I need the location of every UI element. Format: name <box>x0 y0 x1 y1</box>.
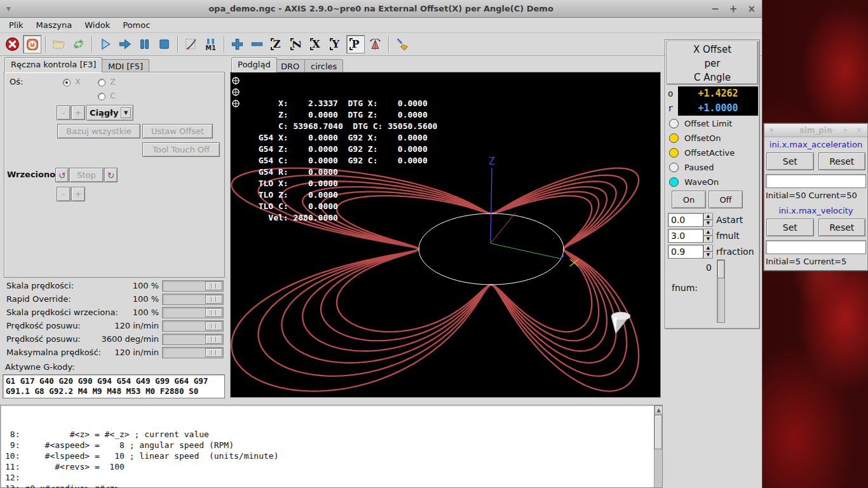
run-step-button[interactable] <box>116 35 134 53</box>
radio-axis-z[interactable] <box>98 79 105 86</box>
offset-panel-title: X Offset per C Angle <box>667 41 758 85</box>
spindle-cw-button[interactable]: ↻ <box>104 168 118 182</box>
tab-preview[interactable]: Podgląd <box>231 57 277 72</box>
reset-button[interactable]: Reset <box>818 219 866 236</box>
stop-button[interactable] <box>155 35 173 53</box>
spinbox-value[interactable]: 3.0 <box>668 229 703 243</box>
run-program-button[interactable] <box>96 35 114 53</box>
dro-line: TLO X: 0.0000 <box>248 178 437 189</box>
pin-value-entry[interactable] <box>766 240 866 254</box>
estop-button[interactable] <box>3 35 22 53</box>
machine-power-button[interactable] <box>23 35 41 53</box>
slider-thumb[interactable] <box>205 322 222 330</box>
preview-canvas[interactable]: Z X: 2.3337 DTG X: 0.0000 Z: 0.0000 DTG … <box>230 72 661 398</box>
offset-on-button[interactable]: On <box>672 191 706 208</box>
rotate-view-button[interactable] <box>366 35 384 53</box>
radio-axis-c[interactable] <box>98 93 105 100</box>
override-slider[interactable] <box>162 334 224 345</box>
led-row: Offset Limit <box>665 116 759 131</box>
tab-circles[interactable]: circles <box>304 59 343 72</box>
tab-dro[interactable]: DRO <box>275 59 306 72</box>
pin-value-entry[interactable] <box>766 174 866 188</box>
view-z-rotated-button[interactable]: Z <box>287 35 306 53</box>
spinbox-value[interactable]: 0.9 <box>668 245 703 259</box>
fnum-slider-thumb[interactable] <box>717 261 724 278</box>
view-x-button[interactable]: X <box>307 35 325 53</box>
dro-line: TLO C: 0.0000 <box>248 201 437 212</box>
view-z-rotated-label: Z <box>290 41 302 48</box>
set-button[interactable]: Set <box>766 219 814 236</box>
skip-lines-toggle[interactable] <box>182 35 200 53</box>
override-slider[interactable] <box>162 307 224 318</box>
menu-item[interactable]: Widok <box>78 19 116 31</box>
set-offset-button[interactable]: Ustaw Offset <box>142 124 213 139</box>
override-slider[interactable] <box>162 280 224 292</box>
sim-minimize-button[interactable]: − <box>828 126 834 135</box>
fnum-slider[interactable] <box>717 259 725 323</box>
reload-file-button[interactable] <box>69 35 88 53</box>
sim-close-button[interactable]: × <box>856 126 862 135</box>
slider-thumb[interactable] <box>205 335 222 344</box>
gcode-listing[interactable]: 8: #<z> = #<_z> ; current value 9: #<asp… <box>0 405 663 488</box>
maximize-button[interactable]: + <box>729 3 738 15</box>
tab-mdi[interactable]: MDI [F5] <box>102 59 149 72</box>
spinbox-arrows[interactable]: ▲▼ <box>703 213 713 227</box>
minimize-button[interactable]: − <box>711 3 719 15</box>
override-slider[interactable] <box>162 347 224 358</box>
jog-mode-combobox[interactable]: Ciągły ▼ <box>86 105 133 121</box>
spindle-ccw-button[interactable]: ↺ <box>55 168 69 182</box>
sim-maximize-button[interactable]: + <box>842 126 848 135</box>
dro-line: G54 R: 0.0000 <box>248 166 437 178</box>
view-perspective-button[interactable]: P <box>346 35 365 53</box>
menu-item[interactable]: Plik <box>3 19 30 31</box>
sim-pin-groups: ini.x.max_acceleration Set Reset Initial… <box>764 137 867 269</box>
reset-button[interactable]: Reset <box>818 152 866 170</box>
optional-stop-icon: M1 <box>203 37 218 51</box>
spinbox-arrows[interactable]: ▲▼ <box>703 245 713 259</box>
slider-thumb[interactable] <box>205 348 222 357</box>
sim-pin-titlebar[interactable]: ▼ sim_pin − + × <box>764 124 867 137</box>
tool-touch-off-button[interactable]: Tool Touch Off <box>142 142 220 157</box>
override-value: 100 % <box>133 294 159 304</box>
spindle-minus-button[interactable]: - <box>57 187 71 201</box>
window-menu-icon[interactable]: ▼ <box>6 6 11 12</box>
scrollbar-thumb[interactable] <box>654 415 662 449</box>
clear-plot-button[interactable] <box>393 35 411 53</box>
spindle-stop-button[interactable]: Stop <box>69 168 104 182</box>
menubar: PlikMaszynaWidokPomoc <box>0 18 762 33</box>
spindle-ccw-icon: ↺ <box>58 170 66 180</box>
override-slider[interactable] <box>162 294 224 305</box>
radio-axis-x[interactable] <box>63 79 71 86</box>
override-slider[interactable] <box>162 320 224 332</box>
close-button[interactable]: × <box>747 3 756 15</box>
sim-window-menu-icon[interactable]: ▼ <box>770 128 773 133</box>
dro-line: G54 Z: 0.0000 G92 Z: 0.0000 <box>248 144 437 155</box>
offset-off-button[interactable]: Off <box>709 191 743 208</box>
view-y-button[interactable]: Y <box>327 35 345 53</box>
open-file-button[interactable] <box>50 35 68 53</box>
set-button[interactable]: Set <box>766 152 814 170</box>
override-row: Prędkość posuwu: 120 in/min <box>1 320 226 333</box>
slider-thumb[interactable] <box>205 295 222 304</box>
slider-thumb[interactable] <box>205 308 222 317</box>
menu-item[interactable]: Pomoc <box>116 19 156 31</box>
sim-pin-group: ini.x.max_velocity Set Reset Initial=5 C… <box>764 203 867 269</box>
optional-stop-toggle[interactable]: M1 <box>201 35 220 53</box>
home-all-button[interactable]: Bazuj wszystkie <box>57 124 140 139</box>
titlebar[interactable]: ▼ opa_demo.ngc - AXIS 2.9.0~pre0 na Exte… <box>0 0 762 18</box>
listing-scrollbar[interactable]: ▲ <box>654 405 662 487</box>
pause-button[interactable] <box>135 35 154 53</box>
spinbox-value[interactable]: 0.0 <box>668 213 703 227</box>
spindle-plus-button[interactable]: + <box>71 187 85 201</box>
spinbox-arrows[interactable]: ▲▼ <box>703 229 713 243</box>
scroll-up-icon[interactable]: ▲ <box>654 405 663 414</box>
zoom-out-button[interactable] <box>248 35 266 53</box>
menu-item[interactable]: Maszyna <box>30 19 79 31</box>
slider-thumb[interactable] <box>205 281 222 290</box>
view-z-button[interactable]: Z <box>268 35 286 53</box>
jog-minus-button[interactable]: - <box>57 105 71 120</box>
jog-plus-button[interactable]: + <box>71 105 85 120</box>
tab-manual-control[interactable]: Ręczna kontrola [F3] <box>4 57 102 72</box>
axis-main-window: ▼ opa_demo.ngc - AXIS 2.9.0~pre0 na Exte… <box>0 0 763 488</box>
zoom-in-button[interactable] <box>228 35 247 53</box>
